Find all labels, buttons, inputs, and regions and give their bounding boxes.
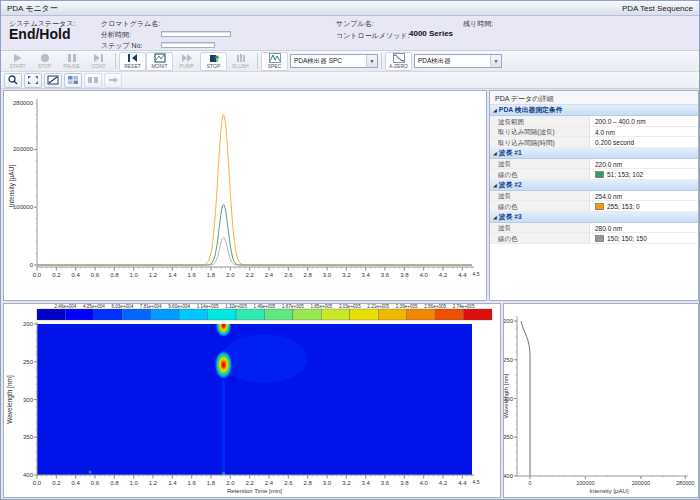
row-value-text: 280.0 nm xyxy=(595,225,622,232)
spec-detector-dropdown[interactable]: PDA検出器 SPC▼ xyxy=(290,54,378,68)
fit-view-button[interactable] xyxy=(24,73,42,88)
svg-text:Wavelength [nm]: Wavelength [nm] xyxy=(6,375,14,424)
svg-text:2.6: 2.6 xyxy=(284,272,293,278)
svg-text:1.0: 1.0 xyxy=(129,480,138,486)
link-view-button[interactable] xyxy=(84,73,102,88)
svg-text:200000: 200000 xyxy=(632,480,650,486)
row-value: 254.0 nm xyxy=(590,191,698,201)
system-status-value: End/Hold xyxy=(9,26,70,42)
table-row: 波長220.0 nm xyxy=(490,159,698,170)
reset-icon xyxy=(127,53,139,63)
stop2-button-label: STOP xyxy=(207,63,221,69)
row-label: 波長範囲 xyxy=(490,116,590,126)
section-header[interactable]: ◢波長 #2 xyxy=(490,180,698,191)
tile-view-button[interactable] xyxy=(64,73,82,88)
row-label: 線の色 xyxy=(490,169,590,179)
detail-grid: ◢PDA 検出器測定条件波長範囲200.0 – 400.0 nm取り込み間隔(波… xyxy=(490,105,698,244)
svg-text:2.39e+005: 2.39e+005 xyxy=(396,304,418,309)
azero-detector-dropdown[interactable]: PDA検出器▼ xyxy=(414,54,502,68)
svg-text:400: 400 xyxy=(504,473,514,479)
window-title: PDA モニター xyxy=(7,3,58,14)
svg-text:1.49e+005: 1.49e+005 xyxy=(254,304,276,309)
chromatogram-plot: 01000002000002800000.00.20.40.60.81.01.2… xyxy=(4,91,488,302)
monit-button[interactable]: MONIT xyxy=(146,52,173,71)
title-bar: PDA モニター PDA Test Sequence xyxy=(1,1,699,16)
table-row: 取り込み間隔(時間)0.200 second xyxy=(490,137,698,148)
svg-text:100000: 100000 xyxy=(576,480,594,486)
table-row: 線の色255; 153; 0 xyxy=(490,201,698,212)
svg-text:2.74e+005: 2.74e+005 xyxy=(453,304,475,309)
row-value: 280.0 nm xyxy=(590,223,698,233)
expander-icon[interactable]: ◢ xyxy=(493,214,497,220)
zoom-select-view-button[interactable] xyxy=(44,73,62,88)
svg-text:6.03e+004: 6.03e+004 xyxy=(111,304,133,309)
svg-text:0.0: 0.0 xyxy=(33,272,42,278)
azero-dropdown-value: PDA検出器 xyxy=(418,57,451,66)
hotspot xyxy=(214,350,232,380)
azero-button[interactable]: A-ZERO xyxy=(385,52,412,71)
section-header[interactable]: ◢PDA 検出器測定条件 xyxy=(490,105,698,116)
spec-icon xyxy=(269,53,281,63)
pause-button-label: PAUSE xyxy=(63,63,80,69)
row-value-text: 51; 153; 102 xyxy=(607,171,643,178)
svg-text:0: 0 xyxy=(528,480,531,486)
control-method-label: コントロールメソッド: xyxy=(336,31,409,41)
cont-button[interactable]: CONT xyxy=(85,52,112,71)
spectrum-plot: 2002503003504000100000200000280000Intens… xyxy=(504,304,700,499)
section-header[interactable]: ◢波長 #3 xyxy=(490,212,698,223)
flush-icon-wrap xyxy=(235,53,247,63)
svg-text:1.85e+005: 1.85e+005 xyxy=(310,304,332,309)
svg-text:1.4: 1.4 xyxy=(168,272,177,278)
toolbar-separator xyxy=(115,53,116,69)
chromatogram-name-label: クロマトグラム名: xyxy=(101,19,160,29)
flush-button[interactable]: FLUSH xyxy=(227,52,254,71)
fit-arrows-icon xyxy=(27,75,39,85)
azero-button-label: A-ZERO xyxy=(389,63,408,69)
spec-icon-wrap xyxy=(269,53,281,63)
pda-detail-panel: PDA データの詳細 ◢PDA 検出器測定条件波長範囲200.0 – 400.0… xyxy=(489,90,699,301)
azero-icon xyxy=(393,53,405,63)
table-row: 波長280.0 nm xyxy=(490,223,698,234)
pause-icon-wrap xyxy=(66,53,78,63)
spec-button[interactable]: SPEC xyxy=(261,52,288,71)
zoom-view-button[interactable] xyxy=(4,73,22,88)
reset-button[interactable]: RESET xyxy=(119,52,146,71)
zoom-area-icon xyxy=(47,75,59,85)
svg-text:1.8: 1.8 xyxy=(207,480,216,486)
stop-button[interactable]: STOP xyxy=(31,52,58,71)
svg-text:7.81e+004: 7.81e+004 xyxy=(140,304,162,309)
monitor-icon-wrap xyxy=(154,53,166,63)
svg-text:4.2: 4.2 xyxy=(439,480,448,486)
pump-button[interactable]: PUMP xyxy=(173,52,200,71)
row-label: 線の色 xyxy=(490,201,590,211)
svg-text:2.03e+005: 2.03e+005 xyxy=(339,304,361,309)
start-button[interactable]: START xyxy=(4,52,31,71)
svg-text:1.8: 1.8 xyxy=(207,272,216,278)
monit-button-label: MONIT xyxy=(151,63,167,69)
stop2-button[interactable]: STOP xyxy=(200,52,227,71)
analysis-time-field[interactable] xyxy=(161,31,231,37)
row-value: 200.0 – 400.0 nm xyxy=(590,116,698,126)
svg-text:3.4: 3.4 xyxy=(361,272,370,278)
svg-text:Intensity [μAU]: Intensity [μAU] xyxy=(8,165,16,208)
svg-text:2.2: 2.2 xyxy=(245,272,254,278)
svg-text:400: 400 xyxy=(23,472,34,478)
expander-icon[interactable]: ◢ xyxy=(493,107,497,113)
spectrum-panel: 2002503003504000100000200000280000Intens… xyxy=(503,303,699,498)
expander-icon[interactable]: ◢ xyxy=(493,182,497,188)
svg-text:2.0: 2.0 xyxy=(226,272,235,278)
pause-button[interactable]: PAUSE xyxy=(58,52,85,71)
expander-icon[interactable]: ◢ xyxy=(493,150,497,156)
svg-text:1.67e+005: 1.67e+005 xyxy=(282,304,304,309)
svg-text:4.4: 4.4 xyxy=(458,480,467,486)
play-icon-wrap xyxy=(12,53,24,63)
svg-text:1.2: 1.2 xyxy=(149,480,158,486)
pan-view-button[interactable] xyxy=(104,73,122,88)
pump-stop-icon-wrap xyxy=(208,53,220,63)
color-swatch xyxy=(595,235,604,242)
step-no-field[interactable] xyxy=(161,42,215,48)
main-toolbar: STARTSTOPPAUSECONTRESETMONITPUMPSTOPFLUS… xyxy=(1,51,699,72)
svg-text:250: 250 xyxy=(504,357,514,363)
svg-text:200000: 200000 xyxy=(13,146,34,152)
section-header[interactable]: ◢波長 #1 xyxy=(490,148,698,159)
